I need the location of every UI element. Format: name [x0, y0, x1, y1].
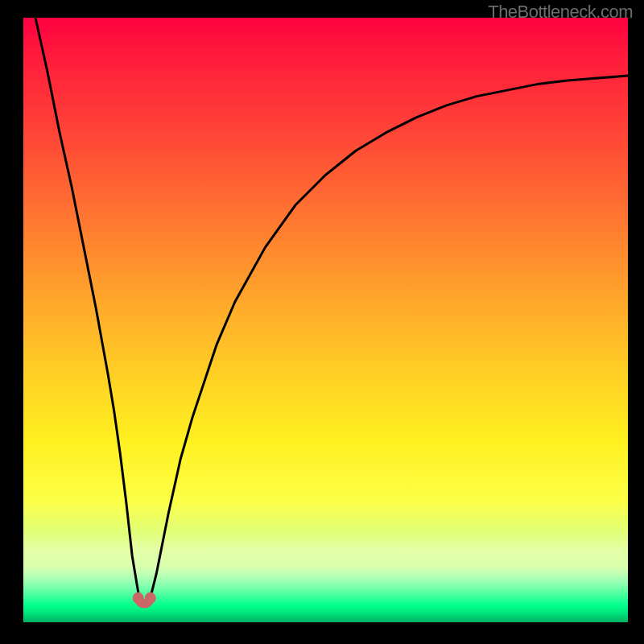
bottleneck-curve: [35, 18, 628, 604]
watermark-text: TheBottleneck.com: [488, 2, 633, 23]
chart-svg: [23, 18, 628, 622]
minimum-marker-dot: [145, 592, 156, 604]
minimum-marker-dot: [133, 592, 144, 604]
plot-area: [23, 18, 628, 622]
chart-frame: TheBottleneck.com: [0, 0, 644, 644]
